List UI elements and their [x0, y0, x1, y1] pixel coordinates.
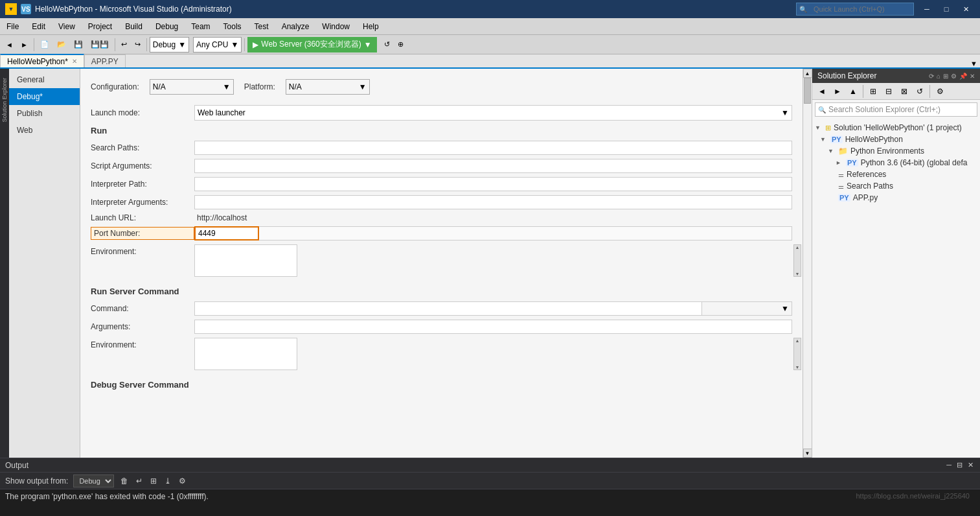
nav-item-general[interactable]: General [9, 71, 80, 88]
server-env-scroll-down[interactable]: ▼ [795, 365, 800, 369]
se-sync-btn[interactable]: ⟳ [929, 73, 934, 80]
se-item-python-envs[interactable]: ▼ 📁 Python Environments [812, 145, 980, 157]
server-env-scroll-up[interactable]: ▲ [795, 338, 800, 343]
python36-icon: PY [846, 159, 858, 167]
se-close-btn[interactable]: ✕ [970, 73, 975, 80]
se-settings-btn[interactable]: ⚙ [951, 73, 957, 80]
output-float-btn[interactable]: ⊟ [955, 461, 964, 469]
tab-app-py[interactable]: APP.PY [84, 54, 126, 67]
se-new-btn[interactable]: ⊞ [866, 84, 880, 99]
quick-launch-input[interactable] [810, 5, 913, 13]
se-home-btn[interactable]: ⌂ [937, 73, 940, 80]
menu-test[interactable]: Test [248, 18, 275, 34]
output-controls: ─ ⊟ ✕ [945, 461, 975, 469]
tab-hello-web-python[interactable]: HelloWebPython* ✕ [0, 54, 84, 67]
se-pin-btn[interactable]: 📌 [959, 73, 967, 80]
save-all-button[interactable]: 💾💾 [87, 37, 112, 53]
command-dropdown[interactable]: ▼ [701, 301, 792, 316]
se-forward-btn[interactable]: ► [830, 84, 845, 99]
env-scroll-up[interactable]: ▲ [795, 245, 800, 250]
expand-project[interactable]: ▼ [820, 136, 828, 143]
nav-item-publish[interactable]: Publish [9, 105, 80, 122]
output-close-btn[interactable]: ✕ [966, 461, 975, 469]
save-button[interactable]: 💾 [71, 37, 86, 53]
run-button[interactable]: ▶ Web Server (360安全浏览器) ▼ [247, 37, 376, 53]
server-env-scrollbar: ▲ ▼ [793, 338, 801, 370]
script-args-input[interactable] [194, 159, 792, 173]
close-button[interactable]: ✕ [957, 3, 975, 16]
expand-solution[interactable]: ▼ [815, 124, 823, 131]
platform-dropdown[interactable]: Any CPU ▼ [193, 37, 242, 53]
minimize-button[interactable]: ─ [918, 3, 936, 16]
forward-button[interactable]: ► [17, 37, 31, 53]
toolbar-extra[interactable]: ⊕ [394, 37, 407, 53]
se-up-btn[interactable]: ▲ [846, 84, 860, 99]
debug-mode-dropdown[interactable]: Debug ▼ [150, 37, 189, 53]
tab-close-hello[interactable]: ✕ [72, 58, 77, 65]
se-item-project[interactable]: ▼ PY HelloWebPython [812, 134, 980, 145]
undo-button[interactable]: ↩ [118, 37, 130, 53]
menu-debug[interactable]: Debug [149, 18, 185, 34]
launch-mode-dropdown[interactable]: Web launcher ▼ [194, 105, 792, 121]
se-copy-btn[interactable]: ⊟ [882, 84, 896, 99]
menu-build[interactable]: Build [119, 18, 149, 34]
scroll-thumb[interactable] [804, 78, 811, 104]
scroll-down-btn[interactable]: ▼ [803, 449, 812, 458]
maximize-button[interactable]: □ [937, 3, 955, 16]
menu-window[interactable]: Window [315, 18, 356, 34]
se-item-references[interactable]: ⚌ References [812, 169, 980, 180]
environment-textarea[interactable] [194, 244, 297, 277]
port-number-input[interactable] [194, 226, 259, 240]
expand-python-envs[interactable]: ▼ [828, 148, 836, 154]
output-wrap-btn[interactable]: ↵ [135, 476, 144, 486]
quick-launch-box[interactable]: 🔍 [796, 3, 914, 16]
se-item-python36[interactable]: ► PY Python 3.6 (64-bit) (global defa [812, 157, 980, 169]
output-pin-btn[interactable]: ─ [945, 461, 953, 469]
menu-view[interactable]: View [52, 18, 82, 34]
menu-team[interactable]: Team [185, 18, 216, 34]
output-filter-btn[interactable]: ⊞ [149, 476, 158, 486]
se-item-search-paths[interactable]: ⚌ Search Paths [812, 180, 980, 192]
script-args-row: Script Arguments: [91, 159, 792, 173]
arguments-input[interactable] [194, 320, 792, 334]
se-paste-btn[interactable]: ⊠ [897, 84, 911, 99]
menu-tools[interactable]: Tools [217, 18, 248, 34]
output-source-select[interactable]: Debug [73, 475, 114, 487]
interpreter-args-input[interactable] [194, 195, 792, 209]
redo-button[interactable]: ↪ [131, 37, 144, 53]
se-search-box[interactable]: 🔍 Search Solution Explorer (Ctrl+;) [815, 102, 977, 117]
platform-dropdown-config[interactable]: N/A ▼ [286, 79, 370, 95]
se-filter-btn[interactable]: ⊞ [943, 73, 948, 80]
se-back-btn[interactable]: ◄ [815, 84, 829, 99]
menu-file[interactable]: File [0, 18, 25, 34]
se-item-solution[interactable]: ▼ ⊞ Solution 'HelloWebPython' (1 project… [812, 122, 980, 134]
env-scroll-down[interactable]: ▼ [795, 272, 800, 276]
menu-help[interactable]: Help [356, 18, 385, 34]
menu-project[interactable]: Project [82, 18, 119, 34]
tab-scroll-arrow[interactable]: ▼ [968, 60, 980, 67]
nav-item-debug[interactable]: Debug* [9, 88, 80, 105]
menu-edit[interactable]: Edit [25, 18, 52, 34]
new-project-button[interactable]: 📄 [37, 37, 52, 53]
refresh-button[interactable]: ↺ [381, 37, 393, 53]
output-scroll-btn[interactable]: ⤓ [163, 476, 172, 486]
search-paths-input[interactable] [194, 141, 792, 155]
server-environment-textarea[interactable] [194, 338, 297, 370]
back-button[interactable]: ◄ [3, 37, 16, 53]
open-button[interactable]: 📂 [54, 37, 69, 53]
se-header: Solution Explorer ⟳ ⌂ ⊞ ⚙ 📌 ✕ [812, 69, 980, 83]
se-refresh-btn[interactable]: ↺ [913, 84, 927, 99]
nav-item-web[interactable]: Web [9, 122, 80, 139]
app-title: HelloWebPython - Microsoft Visual Studio… [35, 5, 792, 14]
expand-python36[interactable]: ► [836, 159, 843, 166]
config-dropdown[interactable]: N/A ▼ [150, 79, 234, 95]
output-clear-btn[interactable]: 🗑 [119, 476, 130, 486]
se-item-apppy[interactable]: PY APP.py [812, 192, 980, 204]
output-settings-btn[interactable]: ⚙ [177, 476, 187, 486]
command-input[interactable] [194, 301, 701, 316]
interpreter-path-input[interactable] [194, 177, 792, 191]
menu-analyze[interactable]: Analyze [275, 18, 316, 34]
se-settings-icon-btn[interactable]: ⚙ [933, 84, 947, 99]
scroll-up-btn[interactable]: ▲ [803, 69, 812, 78]
references-icon: ⚌ [838, 171, 844, 178]
